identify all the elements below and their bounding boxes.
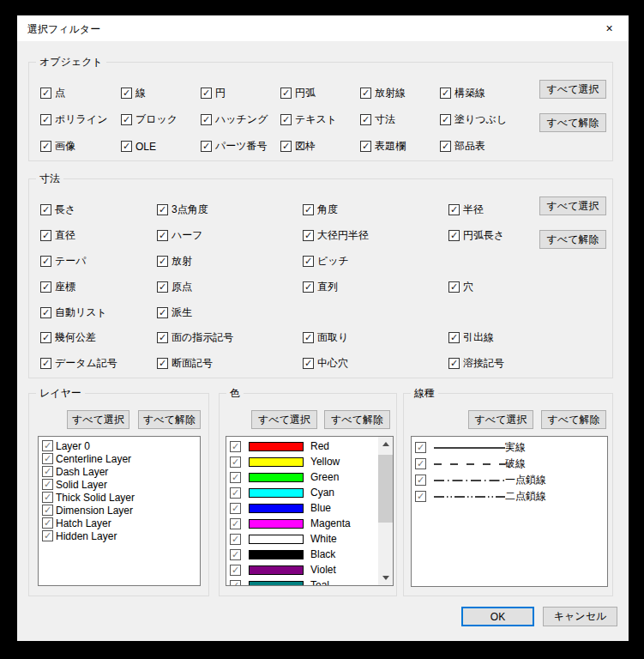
dimension-filter-checkbox[interactable]: 3点角度: [157, 197, 303, 223]
checkbox-icon[interactable]: [280, 114, 292, 125]
layer-list-item[interactable]: Hatch Layer: [39, 517, 200, 529]
checkbox-icon[interactable]: [360, 114, 371, 125]
checkbox-icon[interactable]: [280, 141, 292, 152]
checkbox-icon[interactable]: [230, 441, 241, 452]
dimension-filter-checkbox[interactable]: 大径円半径: [303, 223, 448, 249]
dimension-filter-checkbox[interactable]: ハーフ: [157, 223, 303, 249]
scrollbar-up-button[interactable]: [378, 437, 393, 451]
checkbox-icon[interactable]: [360, 88, 371, 99]
ok-button[interactable]: OK: [461, 607, 534, 626]
checkbox-icon[interactable]: [303, 204, 314, 215]
object-filter-checkbox[interactable]: 図枠: [280, 133, 360, 160]
checkbox-icon[interactable]: [415, 475, 426, 486]
dimension-filter-checkbox[interactable]: 円弧長さ: [448, 223, 533, 249]
select-all-button[interactable]: すべて選択: [539, 80, 606, 99]
dimension-filter-checkbox[interactable]: 直径: [40, 223, 157, 249]
checkbox-icon[interactable]: [448, 204, 460, 215]
checkbox-icon[interactable]: [303, 230, 314, 241]
checkbox-icon[interactable]: [440, 88, 451, 99]
checkbox-icon[interactable]: [230, 580, 241, 587]
object-filter-checkbox[interactable]: 円弧: [280, 80, 360, 106]
checkbox-icon[interactable]: [42, 453, 53, 464]
object-filter-checkbox[interactable]: 線: [121, 80, 201, 106]
checkbox-icon[interactable]: [448, 230, 460, 241]
linetype-list-item[interactable]: 一点鎖線: [412, 472, 607, 488]
checkbox-icon[interactable]: [201, 114, 212, 125]
object-filter-checkbox[interactable]: 画像: [40, 133, 121, 160]
select-all-button[interactable]: すべて選択: [67, 410, 129, 429]
checkbox-icon[interactable]: [40, 281, 51, 293]
checkbox-icon[interactable]: [157, 204, 168, 215]
checkbox-icon[interactable]: [157, 358, 168, 369]
checkbox-icon[interactable]: [40, 256, 51, 267]
dimension-filter-checkbox[interactable]: 面取り: [303, 325, 448, 351]
object-filter-checkbox[interactable]: ハッチング: [201, 106, 280, 133]
object-filter-checkbox[interactable]: ブロック: [121, 106, 201, 133]
checkbox-icon[interactable]: [121, 114, 132, 125]
object-filter-checkbox[interactable]: 部品表: [440, 133, 533, 160]
dimension-filter-checkbox[interactable]: ピッチ: [303, 249, 448, 275]
deselect-all-button[interactable]: すべて解除: [541, 410, 606, 429]
dimension-filter-checkbox[interactable]: 面の指示記号: [157, 325, 303, 351]
select-all-button[interactable]: すべて選択: [468, 410, 533, 429]
object-filter-checkbox[interactable]: 構築線: [440, 80, 533, 106]
color-list-item[interactable]: Yellow: [226, 454, 393, 469]
layer-list-item[interactable]: Hidden Layer: [39, 529, 200, 542]
checkbox-icon[interactable]: [303, 256, 314, 267]
linetype-list-item[interactable]: 二点鎖線: [412, 488, 607, 505]
color-list-item[interactable]: Black: [226, 547, 393, 562]
deselect-all-button[interactable]: すべて解除: [539, 113, 606, 132]
dimension-filter-checkbox[interactable]: 直列: [303, 274, 448, 299]
linetype-list[interactable]: 実線 破線 一点鎖線 二点鎖線: [411, 436, 608, 587]
dimension-filter-checkbox[interactable]: 引出線: [448, 325, 533, 351]
linetype-list-item[interactable]: 破線: [412, 456, 607, 472]
linetype-list-item[interactable]: 実線: [412, 439, 607, 456]
checkbox-icon[interactable]: [40, 230, 51, 241]
checkbox-icon[interactable]: [201, 88, 212, 99]
checkbox-icon[interactable]: [201, 141, 212, 152]
dimension-filter-checkbox[interactable]: 自動リスト: [40, 299, 157, 325]
dimension-filter-checkbox[interactable]: 半径: [448, 197, 533, 223]
dimension-filter-checkbox[interactable]: 原点: [157, 274, 303, 299]
checkbox-icon[interactable]: [230, 565, 241, 576]
checkbox-icon[interactable]: [121, 141, 132, 152]
checkbox-icon[interactable]: [42, 440, 53, 451]
layer-list-item[interactable]: Dimension Layer: [39, 504, 200, 517]
object-filter-checkbox[interactable]: ポリライン: [40, 106, 121, 133]
object-filter-checkbox[interactable]: 点: [40, 80, 121, 106]
object-filter-checkbox[interactable]: 放射線: [360, 80, 440, 106]
checkbox-icon[interactable]: [415, 442, 426, 453]
checkbox-icon[interactable]: [40, 141, 51, 152]
deselect-all-button[interactable]: すべて解除: [539, 230, 606, 249]
checkbox-icon[interactable]: [448, 332, 460, 343]
object-filter-checkbox[interactable]: 寸法: [360, 106, 440, 133]
object-filter-checkbox[interactable]: 塗りつぶし: [440, 106, 533, 133]
title-bar[interactable]: 選択フィルター ×: [17, 15, 629, 41]
select-all-button[interactable]: すべて選択: [251, 410, 317, 429]
color-list-item[interactable]: Blue: [226, 500, 393, 516]
dimension-filter-checkbox[interactable]: 角度: [303, 197, 448, 223]
dimension-filter-checkbox[interactable]: 派生: [157, 299, 303, 325]
checkbox-icon[interactable]: [360, 141, 371, 152]
checkbox-icon[interactable]: [230, 487, 241, 499]
checkbox-icon[interactable]: [230, 472, 241, 483]
color-list-item[interactable]: Red: [226, 438, 393, 454]
checkbox-icon[interactable]: [40, 358, 51, 369]
checkbox-icon[interactable]: [230, 518, 241, 529]
layer-list[interactable]: Layer 0 Centerline Layer Dash Layer Soli…: [38, 436, 201, 586]
checkbox-icon[interactable]: [280, 88, 292, 99]
scrollbar-thumb[interactable]: [378, 455, 393, 523]
checkbox-icon[interactable]: [448, 281, 460, 293]
layer-list-item[interactable]: Thick Solid Layer: [39, 491, 200, 504]
deselect-all-button[interactable]: すべて解除: [138, 410, 201, 429]
layer-list-item[interactable]: Dash Layer: [39, 465, 200, 478]
layer-list-item[interactable]: Centerline Layer: [39, 452, 200, 465]
color-list-item[interactable]: Magenta: [226, 516, 393, 531]
checkbox-icon[interactable]: [40, 114, 51, 125]
checkbox-icon[interactable]: [448, 358, 460, 369]
checkbox-icon[interactable]: [230, 549, 241, 560]
dimension-filter-checkbox[interactable]: 穴: [448, 274, 533, 299]
dimension-filter-checkbox[interactable]: 長さ: [40, 197, 157, 223]
checkbox-icon[interactable]: [230, 456, 241, 468]
checkbox-icon[interactable]: [230, 503, 241, 514]
